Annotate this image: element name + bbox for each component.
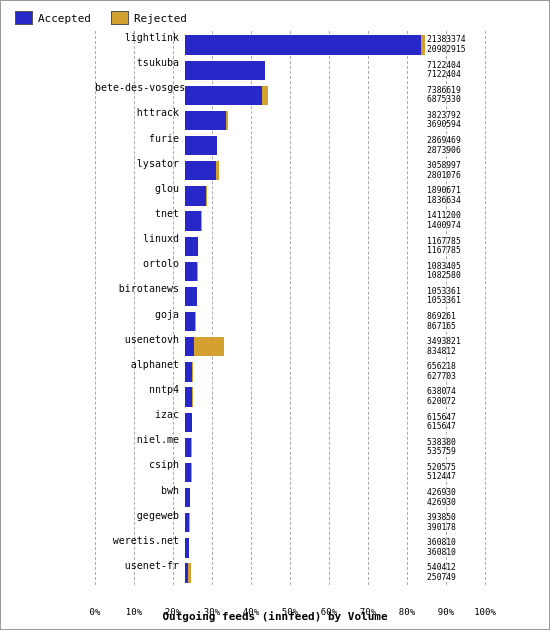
bar-values: 38237923690594 (427, 111, 483, 130)
bar-rejected (191, 463, 192, 482)
legend-accepted-label: Accepted (38, 12, 91, 25)
bar-accepted (185, 35, 425, 54)
bar-row: izac615647615647 (95, 410, 485, 434)
bar-values: 73866196875330 (427, 86, 483, 105)
bars: 71224047122404 (185, 61, 425, 80)
legend-rejected: Rejected (111, 11, 187, 25)
bar-values: 393850390178 (427, 513, 483, 532)
bar-values: 360810360810 (427, 538, 483, 557)
bars: 73866196875330 (185, 86, 425, 105)
bar-row: tnet14112001400974 (95, 209, 485, 233)
row-label: httrack (95, 108, 183, 118)
bars: 10533611053361 (185, 287, 425, 306)
row-label: linuxd (95, 234, 183, 244)
bar-row: weretis.net360810360810 (95, 536, 485, 560)
bar-area: 18906711836634 (185, 184, 425, 208)
bars: 393850390178 (185, 513, 425, 532)
bar-row: nntp4638074620072 (95, 385, 485, 409)
bar-area: 38237923690594 (185, 108, 425, 132)
legend-rejected-label: Rejected (134, 12, 187, 25)
bar-area: 615647615647 (185, 410, 425, 434)
bar-values: 14112001400974 (427, 211, 483, 230)
chart-area: lightlink2138337420982915tsukuba71224047… (5, 31, 545, 625)
bar-row: lightlink2138337420982915 (95, 33, 485, 57)
bar-rejected (226, 111, 227, 130)
bar-row: birotanews10533611053361 (95, 284, 485, 308)
bar-row: glou18906711836634 (95, 184, 485, 208)
bar-rejected (192, 387, 193, 406)
bars: 30589972801076 (185, 161, 425, 180)
row-label: tsukuba (95, 58, 183, 68)
bar-area: 11677851167785 (185, 234, 425, 258)
bar-area: 73866196875330 (185, 83, 425, 107)
legend-accepted: Accepted (15, 11, 91, 25)
bars: 28694692873906 (185, 136, 425, 155)
bars: 3493821834812 (185, 337, 425, 356)
bars: 14112001400974 (185, 211, 425, 230)
bar-accepted (185, 538, 189, 557)
bars: 615647615647 (185, 413, 425, 432)
bar-area: 30589972801076 (185, 159, 425, 183)
bars: 538380535759 (185, 438, 425, 457)
bar-values: 3493821834812 (427, 337, 483, 356)
bar-rejected (197, 262, 198, 281)
bar-row: furie28694692873906 (95, 134, 485, 158)
bar-accepted (185, 211, 201, 230)
bar-area: 638074620072 (185, 385, 425, 409)
bars: 869261867165 (185, 312, 425, 331)
bar-area: 520575512447 (185, 460, 425, 484)
bar-values: 520575512447 (427, 463, 483, 482)
bar-row: lysator30589972801076 (95, 159, 485, 183)
bar-area: 10533611053361 (185, 284, 425, 308)
bar-values: 18906711836634 (427, 186, 483, 205)
bar-values: 638074620072 (427, 387, 483, 406)
bar-accepted (185, 312, 195, 331)
row-label: gegeweb (95, 511, 183, 521)
bar-rejected (195, 312, 196, 331)
bar-accepted (185, 136, 217, 155)
row-label: goja (95, 310, 183, 320)
bars: 540412250749 (185, 563, 425, 582)
bar-row: linuxd11677851167785 (95, 234, 485, 258)
row-label: bwh (95, 486, 183, 496)
bar-area: 869261867165 (185, 310, 425, 334)
bar-accepted (185, 111, 228, 130)
bar-area: 14112001400974 (185, 209, 425, 233)
bar-area: 3493821834812 (185, 335, 425, 359)
bars: 520575512447 (185, 463, 425, 482)
bar-area: 540412250749 (185, 561, 425, 585)
row-label: bete-des-vosges (95, 83, 183, 93)
bar-row: goja869261867165 (95, 310, 485, 334)
bar-area: 393850390178 (185, 511, 425, 535)
bar-rejected (206, 186, 207, 205)
bars: 38237923690594 (185, 111, 425, 130)
bar-accepted (185, 161, 219, 180)
bar-row: bwh426930426930 (95, 486, 485, 510)
bar-rejected (188, 563, 191, 582)
chart-container: Accepted Rejected lightlink2138337420982… (0, 0, 550, 630)
row-label: tnet (95, 209, 183, 219)
bars: 11677851167785 (185, 237, 425, 256)
bar-rejected (421, 35, 425, 54)
bars: 2138337420982915 (185, 35, 425, 54)
row-label: birotanews (95, 284, 183, 294)
bar-row: ortolo10834051082580 (95, 259, 485, 283)
row-label: csiph (95, 460, 183, 470)
row-label: weretis.net (95, 536, 183, 546)
row-label: nntp4 (95, 385, 183, 395)
grid-line (485, 31, 486, 585)
row-label: glou (95, 184, 183, 194)
bar-accepted (185, 413, 192, 432)
bar-values: 538380535759 (427, 438, 483, 457)
bar-values: 426930426930 (427, 488, 483, 507)
bar-values: 28694692873906 (427, 136, 483, 155)
bar-values: 869261867165 (427, 312, 483, 331)
bar-rejected (216, 161, 219, 180)
bar-area: 28694692873906 (185, 134, 425, 158)
bars: 360810360810 (185, 538, 425, 557)
bar-values: 2138337420982915 (427, 35, 483, 54)
legend: Accepted Rejected (5, 9, 545, 31)
bar-rejected (191, 438, 192, 457)
bars: 426930426930 (185, 488, 425, 507)
bar-row: usenet-fr540412250749 (95, 561, 485, 585)
